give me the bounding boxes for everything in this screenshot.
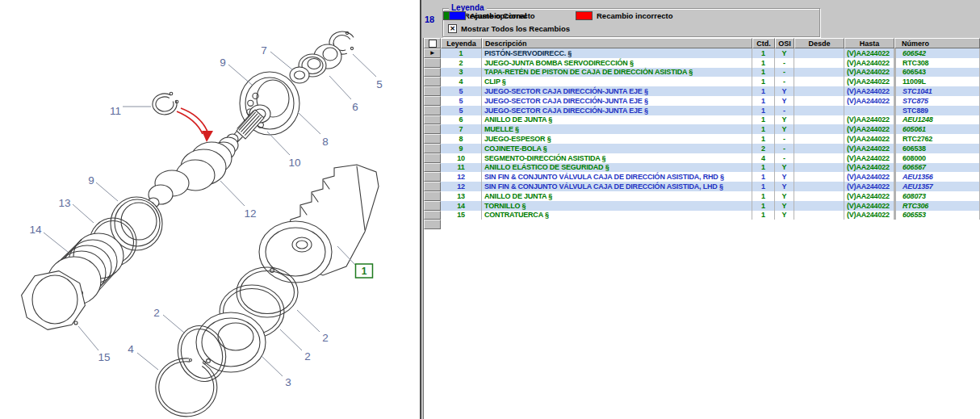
row-selector-cell[interactable] bbox=[424, 191, 441, 201]
table-row[interactable]: 8JUEGO-ESPESOR §1-(V)AA244022RTC2762 bbox=[424, 134, 980, 144]
callout-label: 15 bbox=[98, 351, 110, 363]
diagram-panel: 795611810913121412224153 bbox=[0, 0, 420, 419]
row-selector-cell[interactable] bbox=[424, 115, 441, 125]
table-row[interactable]: 6ANILLO DE JUNTA §1Y(V)AA244022AEU1248 bbox=[424, 115, 980, 125]
cell-leyenda: 1 bbox=[441, 48, 482, 58]
cell-descripcion: COJINETE-BOLA § bbox=[482, 144, 752, 153]
column-header-leyenda[interactable]: Leyenda bbox=[441, 38, 482, 48]
row-selector-header[interactable] bbox=[424, 38, 441, 48]
table-row[interactable]: 9COJINETE-BOLA §2-(V)AA244022606538 bbox=[424, 144, 980, 153]
column-header-hasta[interactable]: Hasta bbox=[844, 38, 894, 48]
cell-osi: Y bbox=[775, 86, 794, 96]
callout-label: 11 bbox=[110, 105, 121, 117]
row-selector-cell[interactable] bbox=[424, 96, 441, 106]
cell-desde bbox=[794, 106, 844, 115]
cell-osi: Y bbox=[775, 124, 794, 134]
row-selector-cell[interactable] bbox=[424, 77, 441, 86]
row-selector-cell[interactable] bbox=[424, 211, 441, 220]
row-selector-cell[interactable] bbox=[424, 124, 441, 134]
cell-osi: Y bbox=[775, 163, 794, 173]
table-row[interactable]: 13ANILLO DE JUNTA §1Y(V)AA244022608073 bbox=[424, 191, 980, 201]
row-selector-cell[interactable] bbox=[424, 86, 441, 96]
column-header-numero[interactable]: Número bbox=[894, 38, 980, 48]
cell-numero: 606538 bbox=[894, 144, 980, 153]
table-row[interactable]: 12SIN FIN & CONJUNTO VÁLVULA CAJA DE DIR… bbox=[424, 172, 980, 182]
cell-leyenda: 14 bbox=[441, 201, 482, 211]
callout-leader-line bbox=[267, 132, 290, 155]
cell-desde bbox=[794, 86, 844, 96]
row-selector-cell[interactable] bbox=[424, 201, 441, 211]
callout-label: 9 bbox=[220, 57, 226, 69]
cell-hasta: (V)AA244022 bbox=[844, 211, 894, 220]
cell-ctd: 1 bbox=[752, 48, 775, 58]
table-row[interactable]: 7MUELLE §1Y(V)AA244022605061 bbox=[424, 124, 980, 134]
cell-numero: RTC2762 bbox=[894, 134, 980, 144]
callout-label: 4 bbox=[128, 343, 134, 355]
callout-leader-line bbox=[329, 76, 351, 99]
column-header-ctd[interactable]: Ctd. bbox=[752, 38, 775, 48]
cell-leyenda: 4 bbox=[441, 77, 482, 86]
table-row[interactable]: 12SIN FIN & CONJUNTO VÁLVULA CAJA DE DIR… bbox=[424, 182, 980, 191]
cell-numero: 606542 bbox=[894, 48, 980, 58]
cell-descripcion: SEGMENTO-DIRECCIÓN ASISTIDA § bbox=[482, 153, 752, 163]
show-all-parts-checkbox[interactable]: ✕ bbox=[448, 24, 457, 33]
legend-swatch-optional bbox=[449, 11, 466, 20]
row-selector-cell[interactable] bbox=[424, 68, 441, 78]
header-checkbox-icon bbox=[429, 40, 437, 48]
column-header-desde[interactable]: Desde bbox=[794, 38, 844, 48]
cell-ctd: 1 bbox=[752, 124, 775, 134]
table-row[interactable]: 11ANILLO ELÁSTICO DE SEGURIDAD §1Y(V)AA2… bbox=[424, 163, 980, 173]
cell-leyenda: 9 bbox=[441, 144, 482, 153]
column-header-descripcion[interactable]: Descripción bbox=[482, 38, 752, 48]
callout-label[interactable]: 1 bbox=[362, 266, 367, 277]
row-selector-cell[interactable] bbox=[424, 163, 441, 173]
current-row-arrow-icon: ► bbox=[429, 50, 436, 57]
cell-desde bbox=[794, 163, 844, 173]
table-row[interactable]: ►1PISTÓN-SERVODIRECC. §1Y(V)AA2440226065… bbox=[424, 48, 980, 58]
cell-leyenda: 11 bbox=[441, 163, 482, 173]
cell-osi: - bbox=[775, 134, 794, 144]
page-number: 18 bbox=[425, 15, 434, 24]
row-selector-cell[interactable] bbox=[424, 58, 441, 68]
table-row[interactable]: 3TAPA-RETÉN DE PISTON DE CAJA DE DIRECCI… bbox=[424, 68, 980, 78]
row-selector-cell[interactable] bbox=[424, 153, 441, 163]
table-row[interactable]: 14TORNILLO §1Y(V)AA244022RTC306 bbox=[424, 201, 980, 211]
cell-descripcion: ANILLO DE JUNTA § bbox=[482, 115, 752, 125]
callout-leader-line bbox=[270, 52, 293, 70]
cell-ctd: 1 bbox=[752, 134, 775, 144]
cell-descripcion: CONTRATUERCA § bbox=[482, 211, 752, 220]
cell-leyenda: 5 bbox=[441, 106, 482, 115]
cell-osi: Y bbox=[775, 96, 794, 106]
table-row[interactable]: 10SEGMENTO-DIRECCIÓN ASISTIDA §4-(V)AA24… bbox=[424, 153, 980, 163]
cell-ctd: 1 bbox=[752, 182, 775, 191]
row-selector-cell[interactable] bbox=[424, 144, 441, 153]
callout-label: 9 bbox=[88, 174, 94, 186]
cell-osi: Y bbox=[775, 211, 794, 220]
cell-descripcion: PISTÓN-SERVODIRECC. § bbox=[482, 48, 752, 58]
row-selector-cell[interactable] bbox=[424, 106, 441, 115]
cell-osi: Y bbox=[775, 201, 794, 211]
cell-leyenda: 5 bbox=[441, 96, 482, 106]
cell-osi: - bbox=[775, 58, 794, 68]
table-row[interactable]: 2JUEGO-JUNTA BOMBA SERVODIRECCIÓN §1-(V)… bbox=[424, 58, 980, 68]
cell-numero: 605061 bbox=[894, 124, 980, 134]
cell-ctd: 1 bbox=[752, 201, 775, 211]
cell-osi: Y bbox=[775, 191, 794, 201]
table-row[interactable]: 4CLIP §1-(V)AA24402211009L bbox=[424, 77, 980, 86]
table-row[interactable]: 5JUEGO-SECTOR CAJA DIRECCIÓN-JUNTA EJE §… bbox=[424, 86, 980, 96]
row-selector-cell[interactable] bbox=[424, 172, 441, 182]
table-row[interactable]: 5JUEGO-SECTOR CAJA DIRECCIÓN-JUNTA EJE §… bbox=[424, 106, 980, 115]
cell-descripcion: JUEGO-SECTOR CAJA DIRECCIÓN-JUNTA EJE § bbox=[482, 106, 752, 115]
cell-hasta: (V)AA244022 bbox=[844, 58, 894, 68]
cell-descripcion: ANILLO DE JUNTA § bbox=[482, 191, 752, 201]
row-selector-cell[interactable] bbox=[424, 134, 441, 144]
table-row[interactable]: 5JUEGO-SECTOR CAJA DIRECCIÓN-JUNTA EJE §… bbox=[424, 96, 980, 106]
cell-hasta: (V)AA244022 bbox=[844, 134, 894, 144]
column-header-osi[interactable]: OSI bbox=[775, 38, 794, 48]
row-selector-cell[interactable] bbox=[424, 182, 441, 191]
row-selector-cell[interactable]: ► bbox=[424, 48, 441, 58]
table-row[interactable]: 15CONTRATUERCA §1Y(V)AA244022606553 bbox=[424, 211, 980, 220]
legend-item-label: Recambio incorrecto bbox=[597, 11, 673, 20]
legend-item-label: Ajuste opcional bbox=[470, 11, 527, 20]
cell-desde bbox=[794, 58, 844, 68]
